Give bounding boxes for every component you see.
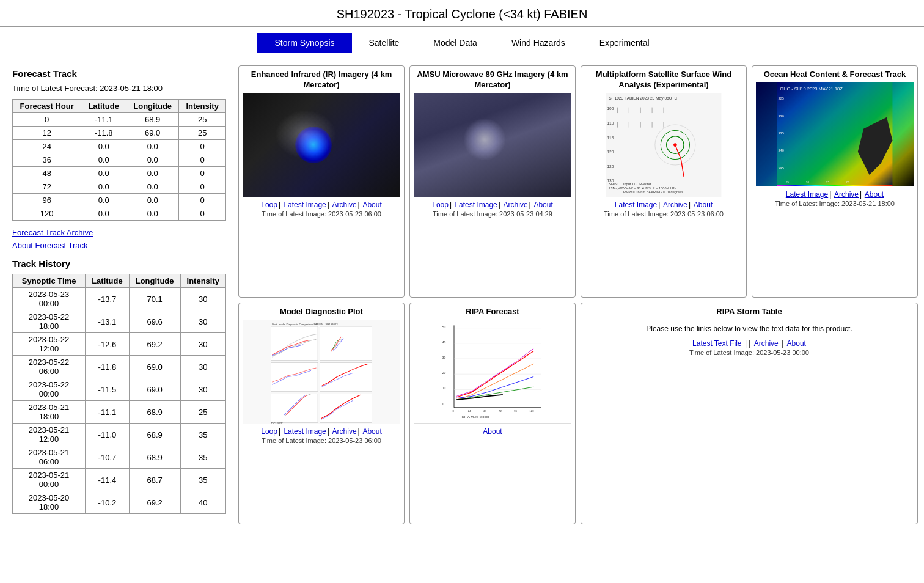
card-ohc-links: Latest Image| Archive| About <box>786 190 884 199</box>
page-title: SH192023 - Tropical Cyclone (<34 kt) FAB… <box>0 0 924 27</box>
ohc-archive-link[interactable]: Archive <box>834 190 859 199</box>
forecast-table-row: 960.00.00 <box>13 194 226 207</box>
model-loop-link[interactable]: Loop <box>261 427 277 436</box>
tab-satellite[interactable]: Satellite <box>352 33 417 53</box>
table-cell: -11.8 <box>86 356 130 378</box>
table-cell: 2023-05-22 06:00 <box>13 356 86 378</box>
card-model-time: Time of Latest Image: 2023-05-23 06:00 <box>262 437 381 444</box>
table-cell: 24 <box>13 140 81 153</box>
table-cell: 69.0 <box>127 127 179 140</box>
track-table-row: 2023-05-21 00:00-11.468.735 <box>13 469 226 491</box>
wind-latest-link[interactable]: Latest Image <box>615 200 657 209</box>
col-forecast-hour: Forecast Hour <box>13 100 81 113</box>
col-intensity: Intensity <box>179 100 226 113</box>
card-ripa-fc-image[interactable]: 50 40 30 20 10 0 <box>414 320 571 424</box>
ripa-fc-svg: 50 40 30 20 10 0 <box>414 320 571 423</box>
wind-svg: SH1923 FABIEN 2023 23 May 06UTC 105 110 … <box>585 93 743 197</box>
svg-text:Input TC: IR-Wind: Input TC: IR-Wind <box>623 182 651 186</box>
table-cell: 36 <box>13 153 81 167</box>
svg-text:72: 72 <box>499 409 502 412</box>
card-ir-image[interactable] <box>243 93 400 197</box>
svg-rect-44 <box>320 362 372 391</box>
forecast-time: Time of Latest Forecast: 2023-05-21 18:0… <box>12 84 226 93</box>
ohc-about-link[interactable]: About <box>865 190 884 199</box>
wind-archive-link[interactable]: Archive <box>663 200 688 209</box>
ir-about-link[interactable]: About <box>362 200 381 209</box>
model-latest-link[interactable]: Latest Image <box>284 427 326 436</box>
about-forecast-link[interactable]: About Forecast Track <box>12 241 88 250</box>
card-ripa-st-links: Latest Text File | | Archive | About <box>692 339 806 348</box>
ripa-st-about-link[interactable]: About <box>787 339 806 348</box>
table-cell: 68.7 <box>129 469 180 491</box>
wind-about-link[interactable]: About <box>694 200 713 209</box>
table-cell: 0.0 <box>81 153 127 167</box>
tab-wind-hazards[interactable]: Wind Hazards <box>494 33 582 53</box>
table-cell: -11.5 <box>86 378 130 401</box>
card-ohc-image[interactable]: OHC - SH19 2023 MAY21 18Z 325 330 335 34… <box>756 82 914 186</box>
svg-text:VMAX = 31 kt  MSLP = 1006.4 hP: VMAX = 31 kt MSLP = 1006.4 hPa <box>623 186 677 190</box>
table-cell: -11.1 <box>86 401 130 424</box>
svg-rect-38 <box>777 185 893 186</box>
card-wind-links: Latest Image| Archive| About <box>615 200 713 209</box>
card-amsu-image[interactable] <box>414 93 571 197</box>
card-ripa-fc-title: RIPA Forecast <box>466 307 519 317</box>
svg-text:110: 110 <box>607 121 614 125</box>
table-cell: 69.0 <box>129 356 180 378</box>
model-about-link[interactable]: About <box>362 427 381 436</box>
amsu-loop-link[interactable]: Loop <box>432 200 449 209</box>
card-ripa-st-title: RIPA Storm Table <box>716 307 782 317</box>
svg-text:RMW = 16 nm  BEARING = 70 degr: RMW = 16 nm BEARING = 70 degrees <box>623 190 683 194</box>
ir-latest-link[interactable]: Latest Image <box>284 200 326 209</box>
ripa-st-text-link[interactable]: Latest Text File <box>692 339 741 348</box>
ohc-latest-link[interactable]: Latest Image <box>786 190 828 199</box>
card-wind-image[interactable]: SH1923 FABIEN 2023 23 May 06UTC 105 110 … <box>585 93 743 197</box>
card-ripa-fc: RIPA Forecast 50 40 30 20 10 0 <box>409 302 576 524</box>
table-cell: 2023-05-21 06:00 <box>13 446 86 469</box>
tab-model-data[interactable]: Model Data <box>416 33 494 53</box>
amsu-latest-link[interactable]: Latest Image <box>455 200 497 209</box>
card-ripa-fc-links: About <box>483 427 502 436</box>
table-cell: 2023-05-21 12:00 <box>13 424 86 446</box>
table-cell: 0 <box>13 113 81 127</box>
table-cell: 2023-05-22 18:00 <box>13 310 86 333</box>
forecast-archive-link[interactable]: Forecast Track Archive <box>12 228 93 237</box>
table-cell: 0.0 <box>127 207 179 221</box>
ripa-st-archive-link[interactable]: Archive <box>754 339 779 348</box>
card-ohc-time: Time of Latest Image: 2023-05-21 18:00 <box>775 200 895 207</box>
track-table-row: 2023-05-21 06:00-10.768.935 <box>13 446 226 469</box>
table-cell: 2023-05-22 00:00 <box>13 378 86 401</box>
table-cell: 40 <box>180 491 226 514</box>
track-table-row: 2023-05-22 06:00-11.869.030 <box>13 356 226 378</box>
forecast-archive-link-container: Forecast Track Archive <box>12 228 226 237</box>
track-table-row: 2023-05-21 18:00-11.168.925 <box>13 401 226 424</box>
model-archive-link[interactable]: Archive <box>332 427 357 436</box>
card-wind-time: Time of Latest Image: 2023-05-23 06:00 <box>604 210 724 218</box>
amsu-archive-link[interactable]: Archive <box>504 200 528 209</box>
table-cell: 48 <box>13 167 81 180</box>
card-wind-title: Multiplatform Satellite Surface Wind Ana… <box>585 70 743 90</box>
tab-storm-synopsis[interactable]: Storm Synopsis <box>257 33 351 53</box>
track-table-row: 2023-05-21 12:00-11.068.935 <box>13 424 226 446</box>
nav-bar: Storm Synopsis Satellite Model Data Wind… <box>0 27 924 59</box>
svg-text:335: 335 <box>778 131 783 135</box>
card-amsu: AMSU Microwave 89 GHz Imagery (4 km Merc… <box>409 65 576 298</box>
table-cell: 0.0 <box>127 167 179 180</box>
card-model-image[interactable]: Multi-Model Diagnostic Comparison FABIEN… <box>243 320 400 424</box>
svg-text:340: 340 <box>778 148 783 152</box>
ir-loop-link[interactable]: Loop <box>261 200 277 209</box>
svg-text:70: 70 <box>806 181 810 184</box>
card-model: Model Diagnostic Plot Multi-Model Diagno… <box>238 302 405 524</box>
ir-archive-link[interactable]: Archive <box>332 200 357 209</box>
forecast-table-row: 12-11.869.025 <box>13 127 226 140</box>
amsu-about-link[interactable]: About <box>534 200 552 209</box>
table-cell: 30 <box>180 378 226 401</box>
ripa-fc-about-link[interactable]: About <box>483 427 502 436</box>
table-cell: 2023-05-21 00:00 <box>13 469 86 491</box>
table-cell: 0 <box>179 180 226 194</box>
table-cell: 0 <box>179 153 226 167</box>
card-ir-time: Time of Latest Image: 2023-05-23 06:00 <box>262 210 381 218</box>
svg-text:RIPA Multi-Model: RIPA Multi-Model <box>462 414 490 418</box>
table-cell: 0.0 <box>127 180 179 194</box>
tab-experimental[interactable]: Experimental <box>582 33 667 53</box>
table-cell: 2023-05-20 18:00 <box>13 491 86 514</box>
